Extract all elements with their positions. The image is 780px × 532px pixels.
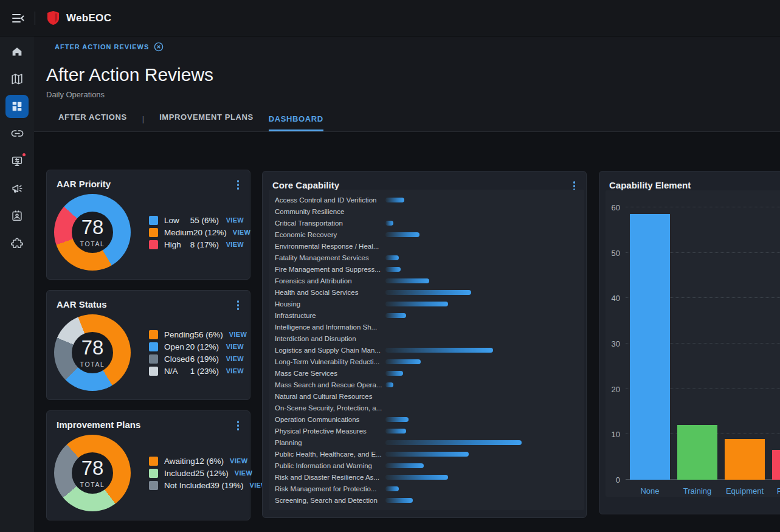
legend-row: Closed6 (19%)VIEW xyxy=(149,353,244,365)
capability-row: Interdiction and Disruption xyxy=(275,333,584,344)
capability-label: Health and Social Services xyxy=(275,289,385,296)
view-link[interactable]: VIEW xyxy=(225,355,244,362)
sidebar-item-contacts[interactable] xyxy=(0,202,34,229)
capability-label: Housing xyxy=(275,300,385,308)
legend-swatch xyxy=(149,240,158,249)
legend-label: Pending xyxy=(164,330,195,339)
capability-label: Public Health, Healthcare, and E... xyxy=(275,451,385,458)
tab-improvement-plans[interactable]: IMPROVEMENT PLANS xyxy=(159,112,254,131)
view-link[interactable]: VIEW xyxy=(225,241,244,248)
capability-label: Screening, Search and Detection xyxy=(275,497,385,504)
capability-label: Logistics and Supply Chain Man... xyxy=(275,347,385,354)
sidebar-item-links[interactable] xyxy=(0,120,34,147)
sidebar-item-maps[interactable] xyxy=(0,65,34,92)
view-link[interactable]: VIEW xyxy=(235,469,252,477)
capability-row: Access Control and ID Verifiction xyxy=(275,194,584,206)
bar-planning: Planning xyxy=(772,450,780,480)
legend-value: 25 (12%) xyxy=(195,469,229,478)
aar-status-donut-chart: 78TOTAL xyxy=(54,314,131,391)
donut-total-value: 78 xyxy=(81,458,104,478)
x-axis-category-label: Equipment xyxy=(725,486,765,496)
sidebar-item-plugins[interactable] xyxy=(0,229,34,257)
capability-label: Long-Term Vulnerability Reducti... xyxy=(275,358,385,365)
capability-element-card-header: Capability Element xyxy=(599,171,780,192)
capability-row: Natural and Cultural Resources xyxy=(275,390,584,402)
legend-label: N/A xyxy=(164,367,190,376)
capability-row: Public Information and Warning xyxy=(275,460,584,471)
donut-total-label: TOTAL xyxy=(80,240,105,247)
legend-swatch xyxy=(149,481,158,490)
legend-row: Pending56 (6%)VIEW xyxy=(149,328,244,340)
view-link[interactable]: VIEW xyxy=(229,331,247,338)
legend-row: High8 (17%)VIEW xyxy=(149,238,244,250)
capability-bar xyxy=(385,198,404,202)
puzzle-icon xyxy=(5,232,29,255)
capability-label: Mass Search and Rescue Opera... xyxy=(275,381,385,389)
capability-row: Fatality Management Services xyxy=(275,252,584,263)
legend-value: 1 (23%) xyxy=(190,367,219,376)
capability-label: Economic Recovery xyxy=(275,231,385,238)
notification-badge-dot xyxy=(21,152,27,157)
capability-bar xyxy=(385,255,399,260)
y-axis-tick-label: 40 xyxy=(612,294,620,303)
aar-status-legend: Pending56 (6%)VIEWOpen20 (12%)VIEWClosed… xyxy=(149,328,244,377)
donut-center: 78TOTAL xyxy=(72,332,113,373)
breadcrumb: AFTER ACTION REVIEWS xyxy=(55,42,164,52)
donut-center: 78TOTAL xyxy=(72,452,113,494)
legend-swatch xyxy=(149,367,158,376)
legend-swatch xyxy=(149,342,158,351)
sidebar-item-process[interactable] xyxy=(0,147,34,174)
webeoc-app-window: WebEOC AFTER ACTION REVIEWS After Action… xyxy=(0,0,780,532)
menu-open-icon xyxy=(11,11,26,26)
tab-separator: | xyxy=(142,114,144,131)
capability-row: Long-Term Vulnerability Reducti... xyxy=(275,356,584,367)
capability-bar xyxy=(385,232,419,237)
capability-label: Interdiction and Disruption xyxy=(275,335,385,342)
capability-label: Operation Communications xyxy=(275,416,385,423)
donut-total-value: 78 xyxy=(81,337,104,358)
core-capability-bar-list[interactable]: Access Control and ID VerifictionCommuni… xyxy=(269,190,584,510)
core-capability-card-header: Core Capability xyxy=(263,171,586,192)
sidebar-item-announcements[interactable] xyxy=(0,174,34,202)
legend-swatch xyxy=(149,457,158,466)
dashboard-icon xyxy=(5,95,29,118)
sidebar-item-home[interactable] xyxy=(0,38,34,65)
card-menu-button[interactable] xyxy=(235,420,242,432)
donut-total-value: 78 xyxy=(81,217,104,237)
page-title: After Action Reviews xyxy=(46,64,213,85)
topbar-divider xyxy=(35,12,35,25)
tab-dashboard[interactable]: DASHBOARD xyxy=(269,114,323,131)
y-axis-tick-label: 60 xyxy=(612,203,620,212)
capability-row: Mass Care Services xyxy=(275,367,584,379)
breadcrumb-close-icon[interactable] xyxy=(154,42,164,52)
legend-row: Low55 (6%)VIEW xyxy=(149,214,244,226)
card-menu-button[interactable] xyxy=(235,299,242,311)
legend-label: Included xyxy=(164,469,195,478)
capability-row: Mass Search and Rescue Opera... xyxy=(275,379,584,390)
menu-open-button[interactable] xyxy=(10,10,27,27)
legend-label: Awaiting xyxy=(164,457,195,466)
view-link[interactable]: VIEW xyxy=(230,457,247,465)
capability-row: Forensics and Attribution xyxy=(275,275,584,286)
x-axis-category-label: None xyxy=(630,486,670,496)
capability-row: Critical Transportation xyxy=(275,217,584,229)
tab-after-actions[interactable]: AFTER ACTIONS xyxy=(58,112,127,131)
view-link[interactable]: VIEW xyxy=(225,367,244,375)
card-menu-button[interactable] xyxy=(235,179,242,191)
card-title: Core Capability xyxy=(272,180,339,190)
capability-row: Housing xyxy=(275,298,584,309)
capability-label: Risk Management for Protectio... xyxy=(275,485,385,492)
legend-row: N/A1 (23%)VIEW xyxy=(149,365,244,377)
legend-value: 56 (6%) xyxy=(195,330,223,339)
sidebar-item-boards[interactable] xyxy=(0,92,34,120)
legend-value: 20 (12%) xyxy=(193,228,227,237)
tab-bar: AFTER ACTIONS|IMPROVEMENT PLANSDASHBOARD xyxy=(58,112,339,131)
legend-swatch xyxy=(149,216,158,225)
legend-value: 39 (19%) xyxy=(210,481,244,490)
view-link[interactable]: VIEW xyxy=(233,229,250,236)
capability-bar xyxy=(385,486,399,491)
view-link[interactable]: VIEW xyxy=(225,343,244,350)
gridline: 60 xyxy=(626,207,780,207)
breadcrumb-label[interactable]: AFTER ACTION REVIEWS xyxy=(55,43,149,50)
view-link[interactable]: VIEW xyxy=(225,216,244,224)
